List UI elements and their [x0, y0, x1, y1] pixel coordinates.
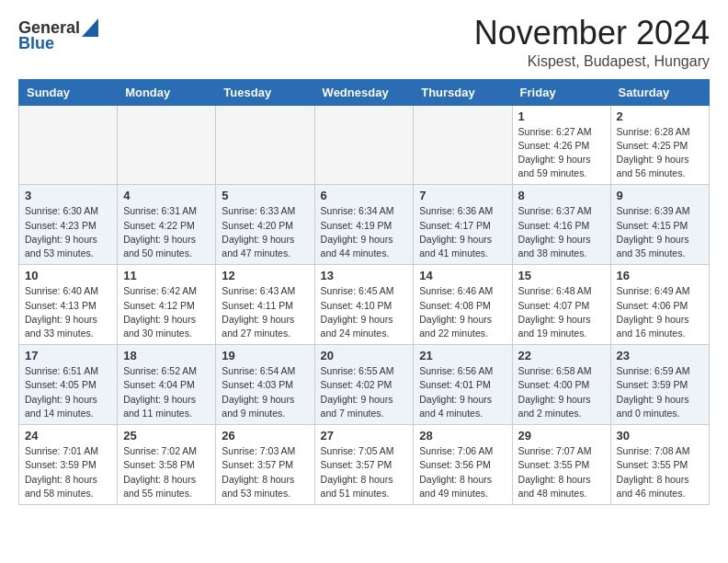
calendar-cell: 8Sunrise: 6:37 AMSunset: 4:16 PMDaylight… [512, 185, 610, 265]
calendar-cell: 27Sunrise: 7:05 AMSunset: 3:57 PMDayligh… [314, 425, 414, 505]
calendar-header-thursday: Thursday [414, 79, 512, 105]
calendar-cell: 1Sunrise: 6:27 AMSunset: 4:26 PMDaylight… [512, 105, 610, 185]
day-info: Sunrise: 6:54 AMSunset: 4:03 PMDaylight:… [222, 364, 308, 420]
day-number: 28 [419, 429, 506, 442]
calendar-cell: 5Sunrise: 6:33 AMSunset: 4:20 PMDaylight… [216, 185, 314, 265]
day-number: 27 [321, 429, 408, 442]
day-number: 16 [617, 269, 703, 282]
calendar-cell: 28Sunrise: 7:06 AMSunset: 3:56 PMDayligh… [414, 425, 512, 505]
calendar-cell: 10Sunrise: 6:40 AMSunset: 4:13 PMDayligh… [19, 265, 118, 345]
day-number: 19 [222, 349, 308, 362]
calendar-cell: 26Sunrise: 7:03 AMSunset: 3:57 PMDayligh… [216, 425, 314, 505]
calendar-cell: 13Sunrise: 6:45 AMSunset: 4:10 PMDayligh… [314, 265, 414, 345]
day-number: 4 [123, 189, 210, 202]
header: General Blue November 2024 Kispest, Buda… [18, 15, 710, 70]
calendar-week-row: 24Sunrise: 7:01 AMSunset: 3:59 PMDayligh… [19, 425, 710, 505]
day-info: Sunrise: 6:42 AMSunset: 4:12 PMDaylight:… [123, 284, 210, 340]
calendar-week-row: 10Sunrise: 6:40 AMSunset: 4:13 PMDayligh… [19, 265, 710, 345]
day-info: Sunrise: 7:02 AMSunset: 3:58 PMDaylight:… [123, 444, 210, 500]
day-number: 8 [518, 189, 605, 202]
day-info: Sunrise: 6:43 AMSunset: 4:11 PMDaylight:… [222, 284, 308, 340]
calendar-week-row: 1Sunrise: 6:27 AMSunset: 4:26 PMDaylight… [19, 105, 710, 185]
calendar-cell: 15Sunrise: 6:48 AMSunset: 4:07 PMDayligh… [512, 265, 610, 345]
calendar-header-saturday: Saturday [610, 79, 709, 105]
calendar-week-row: 3Sunrise: 6:30 AMSunset: 4:23 PMDaylight… [19, 185, 710, 265]
day-info: Sunrise: 6:34 AMSunset: 4:19 PMDaylight:… [321, 204, 408, 260]
day-number: 11 [123, 269, 210, 282]
logo-triangle-icon [82, 18, 98, 37]
day-info: Sunrise: 7:06 AMSunset: 3:56 PMDaylight:… [419, 444, 506, 500]
day-number: 21 [419, 349, 506, 362]
calendar-cell: 16Sunrise: 6:49 AMSunset: 4:06 PMDayligh… [610, 265, 709, 345]
calendar-cell: 29Sunrise: 7:07 AMSunset: 3:55 PMDayligh… [512, 425, 610, 505]
calendar-cell: 14Sunrise: 6:46 AMSunset: 4:08 PMDayligh… [414, 265, 512, 345]
calendar-cell [118, 105, 216, 185]
day-info: Sunrise: 6:36 AMSunset: 4:17 PMDaylight:… [419, 204, 506, 260]
calendar-cell: 18Sunrise: 6:52 AMSunset: 4:04 PMDayligh… [118, 345, 216, 425]
calendar-cell: 2Sunrise: 6:28 AMSunset: 4:25 PMDaylight… [610, 105, 709, 185]
day-number: 15 [518, 269, 605, 282]
day-info: Sunrise: 6:31 AMSunset: 4:22 PMDaylight:… [123, 204, 210, 260]
day-info: Sunrise: 6:33 AMSunset: 4:20 PMDaylight:… [222, 204, 308, 260]
day-info: Sunrise: 6:30 AMSunset: 4:23 PMDaylight:… [25, 204, 111, 260]
svg-marker-0 [82, 18, 98, 37]
calendar-cell: 9Sunrise: 6:39 AMSunset: 4:15 PMDaylight… [610, 185, 709, 265]
calendar-cell: 3Sunrise: 6:30 AMSunset: 4:23 PMDaylight… [19, 185, 118, 265]
day-info: Sunrise: 6:58 AMSunset: 4:00 PMDaylight:… [518, 364, 605, 420]
calendar-cell: 12Sunrise: 6:43 AMSunset: 4:11 PMDayligh… [216, 265, 314, 345]
day-number: 6 [321, 189, 408, 202]
day-info: Sunrise: 6:28 AMSunset: 4:25 PMDaylight:… [617, 125, 703, 181]
day-number: 7 [419, 189, 506, 202]
day-number: 22 [518, 349, 605, 362]
calendar-cell: 23Sunrise: 6:59 AMSunset: 3:59 PMDayligh… [610, 345, 709, 425]
calendar-header-sunday: Sunday [19, 79, 118, 105]
day-info: Sunrise: 6:55 AMSunset: 4:02 PMDaylight:… [321, 364, 408, 420]
day-number: 17 [25, 349, 111, 362]
day-info: Sunrise: 6:40 AMSunset: 4:13 PMDaylight:… [25, 284, 111, 340]
day-info: Sunrise: 6:56 AMSunset: 4:01 PMDaylight:… [419, 364, 506, 420]
day-info: Sunrise: 7:07 AMSunset: 3:55 PMDaylight:… [518, 444, 605, 500]
day-info: Sunrise: 6:39 AMSunset: 4:15 PMDaylight:… [617, 204, 703, 260]
day-info: Sunrise: 6:48 AMSunset: 4:07 PMDaylight:… [518, 284, 605, 340]
location: Kispest, Budapest, Hungary [474, 53, 710, 70]
page: General Blue November 2024 Kispest, Buda… [0, 0, 728, 520]
day-number: 10 [25, 269, 111, 282]
calendar-cell: 21Sunrise: 6:56 AMSunset: 4:01 PMDayligh… [414, 345, 512, 425]
day-info: Sunrise: 6:45 AMSunset: 4:10 PMDaylight:… [321, 284, 408, 340]
day-number: 23 [617, 349, 703, 362]
day-number: 29 [518, 429, 605, 442]
day-number: 25 [123, 429, 210, 442]
day-info: Sunrise: 6:59 AMSunset: 3:59 PMDaylight:… [617, 364, 703, 420]
day-number: 18 [123, 349, 210, 362]
month-title: November 2024 [474, 15, 710, 52]
calendar-header-tuesday: Tuesday [216, 79, 314, 105]
day-number: 26 [222, 429, 308, 442]
day-info: Sunrise: 7:03 AMSunset: 3:57 PMDaylight:… [222, 444, 308, 500]
calendar-cell: 25Sunrise: 7:02 AMSunset: 3:58 PMDayligh… [118, 425, 216, 505]
calendar-header-row: SundayMondayTuesdayWednesdayThursdayFrid… [19, 79, 710, 105]
day-info: Sunrise: 7:08 AMSunset: 3:55 PMDaylight:… [617, 444, 703, 500]
day-number: 20 [321, 349, 408, 362]
day-number: 5 [222, 189, 308, 202]
logo-blue-text: Blue [18, 34, 54, 53]
day-number: 14 [419, 269, 506, 282]
day-info: Sunrise: 6:46 AMSunset: 4:08 PMDaylight:… [419, 284, 506, 340]
day-number: 24 [25, 429, 111, 442]
day-number: 13 [321, 269, 408, 282]
day-info: Sunrise: 6:52 AMSunset: 4:04 PMDaylight:… [123, 364, 210, 420]
day-info: Sunrise: 6:27 AMSunset: 4:26 PMDaylight:… [518, 125, 605, 181]
day-number: 3 [25, 189, 111, 202]
logo: General Blue [18, 18, 98, 53]
calendar-cell: 7Sunrise: 6:36 AMSunset: 4:17 PMDaylight… [414, 185, 512, 265]
calendar-cell [216, 105, 314, 185]
day-number: 12 [222, 269, 308, 282]
calendar-cell: 22Sunrise: 6:58 AMSunset: 4:00 PMDayligh… [512, 345, 610, 425]
day-number: 1 [518, 109, 605, 123]
day-info: Sunrise: 6:51 AMSunset: 4:05 PMDaylight:… [25, 364, 111, 420]
day-info: Sunrise: 7:01 AMSunset: 3:59 PMDaylight:… [25, 444, 111, 500]
calendar-cell: 24Sunrise: 7:01 AMSunset: 3:59 PMDayligh… [19, 425, 118, 505]
day-info: Sunrise: 6:49 AMSunset: 4:06 PMDaylight:… [617, 284, 703, 340]
calendar-header-wednesday: Wednesday [314, 79, 414, 105]
day-number: 9 [617, 189, 703, 202]
calendar-cell [314, 105, 414, 185]
